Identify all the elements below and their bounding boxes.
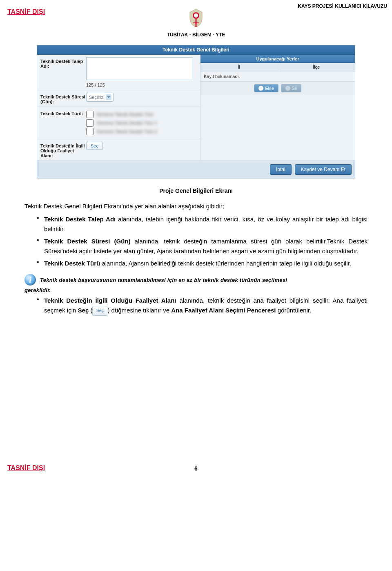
- bullet-4: • Teknik Desteğin İlgili Olduğu Faaliyet…: [37, 296, 368, 316]
- form-titlebar: Teknik Destek Genel Bilgileri: [37, 45, 355, 55]
- bullet-icon: •: [37, 296, 44, 316]
- add-button-label: Ekle: [265, 86, 274, 91]
- row-sure: Teknik Destek Süresi (Gün): Seçiniz: [37, 90, 200, 107]
- label-faaliyet: Teknik Desteğin İlgili Olduğu Faaliyet A…: [40, 142, 86, 158]
- b4-rest-c: ) düğmesine tıklanır ve: [107, 307, 171, 314]
- bullet-3: • Teknik Destek Türü alanında, Ajansın b…: [37, 259, 368, 268]
- save-continue-button[interactable]: Kaydet ve Devam Et: [295, 164, 352, 175]
- checkbox-input-0[interactable]: [86, 111, 94, 118]
- form-body: Teknik Destek Talep Adı: 125 / 125 Tekni…: [37, 55, 355, 161]
- b3-rest: alanında, Ajansın belirlediği teknik des…: [100, 260, 351, 267]
- row-faaliyet: Teknik Desteğin İlgili Olduğu Faaliyet A…: [37, 139, 200, 161]
- checkbox-tur-0[interactable]: Deneme Teknik Destek Türü: [86, 111, 197, 118]
- svg-point-1: [194, 13, 198, 18]
- bullet-icon: •: [37, 214, 44, 234]
- minus-icon: −: [285, 86, 290, 91]
- b4-lead: Teknik Desteğin İlgili Olduğu Faaliyet A…: [44, 297, 176, 304]
- b4-rest-e: görüntülenir.: [276, 307, 312, 314]
- label-talep-adi: Teknik Destek Talep Adı:: [40, 57, 86, 69]
- cancel-button[interactable]: İptal: [270, 164, 292, 175]
- row-tur: Teknik Destek Türü: Deneme Teknik Destek…: [37, 107, 200, 139]
- right-columns-header: İl İlçe: [200, 63, 355, 71]
- footer-classification: TASNİF DIŞI: [7, 464, 45, 472]
- info-row: i Teknik destek başvurusunun tamamlanabi…: [24, 274, 368, 286]
- char-counter: 125 / 125: [86, 83, 197, 87]
- header-classification: TASNİF DIŞI: [7, 8, 45, 16]
- b4-rest-b: (: [89, 307, 92, 314]
- b2-lead: Teknik Destek Süresi (Gün): [44, 238, 131, 245]
- intro-paragraph: Teknik Destek Genel Bilgileri Ekranı'nda…: [24, 201, 368, 211]
- chevron-down-icon: [106, 94, 111, 100]
- row-talep-adi: Teknik Destek Talep Adı: 125 / 125: [37, 55, 200, 90]
- b3-lead: Teknik Destek Türü: [44, 260, 100, 267]
- form-right-column: Uygulanacağı Yerler İl İlçe Kayıt buluna…: [200, 55, 355, 161]
- bullet-2: • Teknik Destek Süresi (Gün) alanında, t…: [37, 236, 368, 256]
- col-ilce: İlçe: [278, 63, 355, 71]
- add-button[interactable]: + Ekle: [254, 84, 278, 92]
- tubitak-logo-icon: [188, 8, 204, 28]
- delete-button-label: Sil: [292, 86, 297, 91]
- header-right-title: KAYS PROJESİ KULLANICI KILAVUZU: [298, 3, 387, 9]
- document-page: TASNİF DIŞI KAYS PROJESİ KULLANICI KILAV…: [0, 0, 392, 477]
- inline-sec-button: Seç: [92, 306, 107, 316]
- checkbox-tur-1[interactable]: Deneme Teknik Destek Türü 1: [86, 119, 197, 127]
- checkbox-tur-2[interactable]: Deneme Teknik Destek Türü 2: [86, 128, 197, 135]
- bullet-1: • Teknik Destek Talep Adı alanında, tale…: [37, 214, 368, 234]
- bullet-icon: •: [37, 259, 44, 268]
- form-footer: İptal Kaydet ve Devam Et: [37, 161, 355, 178]
- b4-sec-word: Seç: [78, 307, 89, 314]
- label-sure: Teknik Destek Süresi (Gün):: [40, 93, 86, 104]
- select-sure[interactable]: Seçiniz: [86, 93, 114, 102]
- plus-icon: +: [258, 86, 263, 91]
- info-icon: i: [24, 274, 36, 286]
- checkbox-label-2: Deneme Teknik Destek Türü 2: [97, 129, 157, 134]
- bullet-icon: •: [37, 236, 44, 256]
- form-panel: Teknik Destek Genel Bilgileri Teknik Des…: [37, 45, 355, 178]
- sec-button[interactable]: Seç: [86, 142, 103, 150]
- logo-wrap: [24, 8, 368, 29]
- info-text-line1: Teknik destek başvurusunun tamamlanabilm…: [40, 277, 368, 283]
- checkbox-input-2[interactable]: [86, 128, 94, 135]
- checkbox-label-0: Deneme Teknik Destek Türü: [97, 112, 153, 117]
- b1-lead: Teknik Destek Talep Adı: [44, 216, 116, 223]
- checkbox-label-1: Deneme Teknik Destek Türü 1: [97, 120, 157, 125]
- right-subfooter: + Ekle − Sil: [200, 81, 355, 95]
- page-number: 6: [194, 465, 198, 472]
- input-talep-adi[interactable]: [86, 57, 192, 80]
- figure-caption: Proje Genel Bilgileri Ekranı: [24, 187, 368, 194]
- checkbox-input-1[interactable]: [86, 119, 94, 127]
- label-tur: Teknik Destek Türü:: [40, 109, 86, 116]
- empty-message: Kayıt bulunamadı.: [200, 71, 355, 81]
- org-line: TÜBİTAK - BİLGEM - YTE: [24, 32, 368, 38]
- delete-button[interactable]: − Sil: [281, 84, 301, 92]
- info-text-line2: gereklidir.: [24, 287, 368, 293]
- col-il: İl: [200, 63, 278, 71]
- right-subtitle: Uygulanacağı Yerler: [200, 55, 355, 63]
- select-sure-value: Seçiniz: [89, 95, 103, 100]
- form-left-column: Teknik Destek Talep Adı: 125 / 125 Tekni…: [37, 55, 200, 161]
- b4-rest-d: Ana Faaliyet Alanı Seçimi Penceresi: [171, 307, 276, 314]
